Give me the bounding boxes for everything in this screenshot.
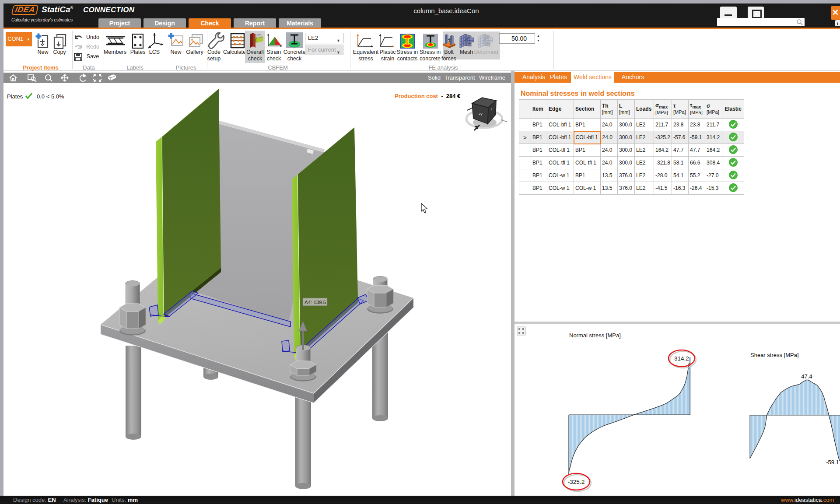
svg-text:+Y: +Y [479,113,483,116]
svg-text:47.4: 47.4 [801,373,812,380]
svg-text:-59.1: -59.1 [826,459,839,466]
svg-text:Shear stress [MPa]: Shear stress [MPa] [750,352,799,358]
svg-text:Normal stress [MPa]: Normal stress [MPa] [569,332,621,339]
svg-text:-325.2: -325.2 [568,479,584,485]
svg-text:A4: 139.5: A4: 139.5 [304,300,326,305]
svg-text:314.2: 314.2 [674,355,689,362]
svg-text:z: z [491,108,493,111]
